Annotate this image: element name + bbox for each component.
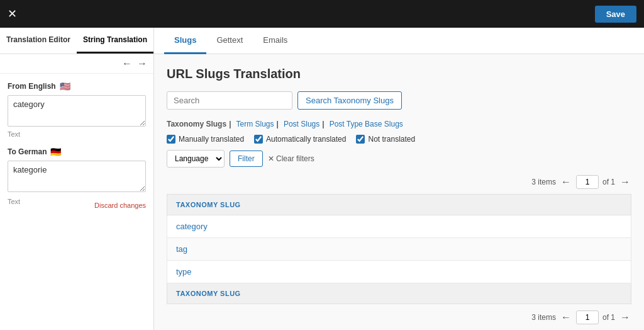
sidebar: Translation Editor String Translation ← …: [0, 28, 154, 330]
of-label-top: of 1: [602, 178, 615, 186]
clear-filters-link[interactable]: ✕ Clear filters: [268, 154, 314, 163]
close-icon[interactable]: ✕: [8, 7, 17, 21]
to-flag: 🇩🇪: [50, 147, 61, 157]
top-bar: ✕ Save: [0, 0, 644, 28]
from-label-text: From English: [8, 82, 56, 91]
filter-controls: Language Filter ✕ Clear filters: [167, 150, 631, 168]
content-tabs: Slugs Gettext Emails: [154, 28, 644, 54]
checkbox-automatically-translated[interactable]: Automatically translated: [254, 135, 346, 144]
to-value-textarea[interactable]: kategorie: [8, 161, 146, 192]
discard-changes-link[interactable]: Discard changes: [94, 202, 146, 209]
next-page-button-top[interactable]: →: [619, 176, 631, 188]
slug-cell: type: [167, 261, 631, 283]
sidebar-nav: ← →: [0, 54, 153, 74]
checkboxes-row: Manually translated Automatically transl…: [167, 135, 631, 144]
to-meta-row: Text Discard changes: [8, 196, 146, 214]
automatically-translated-checkbox[interactable]: [254, 135, 263, 144]
filter-button[interactable]: Filter: [230, 151, 263, 167]
tab-string-translation[interactable]: String Translation: [77, 28, 153, 54]
manually-translated-checkbox[interactable]: [167, 135, 175, 144]
table-footer: TAXONOMY SLUG: [167, 283, 631, 304]
tab-gettext[interactable]: Gettext: [206, 28, 253, 54]
slug-cell: category: [167, 215, 631, 238]
table-header: TAXONOMY SLUG: [167, 195, 631, 215]
filter-link-post-slugs[interactable]: Post Slugs: [284, 120, 319, 128]
from-value-textarea[interactable]: category: [8, 95, 146, 127]
language-select[interactable]: Language: [167, 150, 225, 168]
from-meta: Text: [8, 130, 146, 138]
tab-slugs[interactable]: Slugs: [164, 28, 206, 54]
automatically-translated-label: Automatically translated: [266, 135, 346, 144]
from-label: From English 🇺🇸: [8, 81, 146, 91]
items-count-top: 3 items: [531, 178, 556, 186]
manually-translated-label: Manually translated: [179, 135, 244, 144]
not-translated-label: Not translated: [368, 135, 415, 144]
filter-links-prefix: Taxonomy Slugs: [167, 120, 226, 128]
prev-page-button-bottom[interactable]: ←: [560, 312, 572, 323]
search-row: Search Taxonomy Slugs: [167, 91, 631, 110]
of-label-bottom: of 1: [602, 313, 615, 322]
to-meta: Text: [8, 198, 20, 205]
nav-back-button[interactable]: ←: [122, 58, 132, 69]
prev-page-button-top[interactable]: ←: [560, 176, 572, 188]
page-input-bottom[interactable]: 1: [576, 310, 599, 324]
sidebar-tabs: Translation Editor String Translation: [0, 28, 153, 54]
sidebar-content: From English 🇺🇸 category Text To German …: [0, 74, 153, 330]
table-row[interactable]: category: [167, 215, 631, 238]
save-button[interactable]: Save: [595, 6, 636, 23]
table-row[interactable]: tag: [167, 238, 631, 261]
nav-forward-button[interactable]: →: [137, 58, 147, 69]
page-title: URL Slugs Translation: [167, 67, 631, 81]
tab-translation-editor[interactable]: Translation Editor: [0, 28, 77, 54]
content-area: Slugs Gettext Emails URL Slugs Translati…: [154, 28, 644, 330]
filter-link-post-type-base-slugs[interactable]: Post Type Base Slugs: [330, 120, 403, 128]
pagination-top: 3 items ← 1 of 1 →: [167, 175, 631, 189]
to-label-text: To German: [8, 147, 47, 156]
from-flag: 🇺🇸: [60, 81, 70, 91]
slug-cell: tag: [167, 238, 631, 261]
search-input[interactable]: [167, 91, 292, 110]
slug-table: TAXONOMY SLUG categorytagtype TAXONOMY S…: [167, 194, 631, 304]
content-body: URL Slugs Translation Search Taxonomy Sl…: [154, 54, 644, 330]
checkbox-not-translated[interactable]: Not translated: [356, 135, 415, 144]
next-page-button-bottom[interactable]: →: [619, 312, 631, 323]
pagination-bottom: 3 items ← 1 of 1 →: [167, 310, 631, 324]
table-row[interactable]: type: [167, 261, 631, 283]
main-layout: Translation Editor String Translation ← …: [0, 28, 644, 330]
tab-emails[interactable]: Emails: [253, 28, 297, 54]
to-label: To German 🇩🇪: [8, 147, 146, 157]
filter-links: Taxonomy Slugs | Term Slugs | Post Slugs…: [167, 120, 631, 128]
items-count-bottom: 3 items: [531, 313, 556, 322]
search-taxonomy-button[interactable]: Search Taxonomy Slugs: [297, 91, 402, 110]
page-input-top[interactable]: 1: [576, 175, 599, 189]
not-translated-checkbox[interactable]: [356, 135, 365, 144]
filter-link-term-slugs[interactable]: Term Slugs: [236, 120, 274, 128]
checkbox-manually-translated[interactable]: Manually translated: [167, 135, 244, 144]
